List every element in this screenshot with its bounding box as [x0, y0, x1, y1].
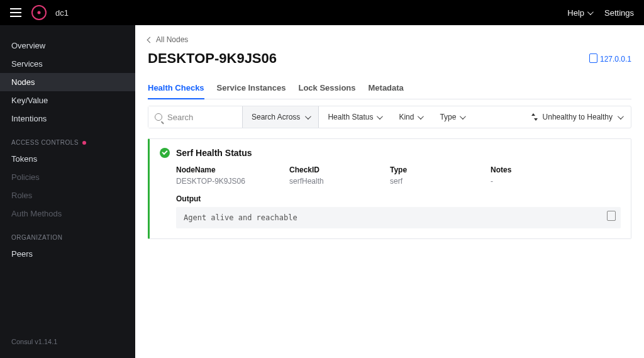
label-checkid: CheckID — [289, 165, 365, 174]
sort-dropdown[interactable]: Unhealthy to Healthy — [521, 106, 631, 128]
search-placeholder: Search — [167, 113, 193, 122]
ip-address-text: 127.0.0.1 — [600, 55, 631, 64]
value-nodename: DESKTOP-9K9JS06 — [176, 177, 264, 186]
label-type: Type — [390, 165, 465, 174]
sidebar-item-tokens[interactable]: Tokens — [0, 150, 135, 168]
tabs: Health Checks Service Instances Lock Ses… — [148, 78, 631, 99]
copy-icon — [591, 55, 597, 63]
sidebar-item-overview[interactable]: Overview — [0, 36, 135, 55]
main-content: All Nodes DESKTOP-9K9JS06 127.0.0.1 Heal… — [135, 25, 644, 358]
sort-label: Unhealthy to Healthy — [543, 113, 613, 121]
alert-dot-icon — [82, 141, 86, 145]
search-across-label: Search Across — [252, 113, 300, 121]
output-text: Agent alive and reachable — [176, 207, 621, 228]
sort-icon — [530, 113, 538, 121]
sidebar: Overview Services Nodes Key/Value Intent… — [0, 25, 135, 358]
access-controls-section: ACCESS CONTROLS — [0, 128, 135, 150]
label-notes: Notes — [491, 165, 566, 174]
sidebar-item-services[interactable]: Services — [0, 55, 135, 73]
filter-kind[interactable]: Kind — [390, 106, 431, 128]
status-passing-icon — [160, 148, 170, 158]
chevron-left-icon — [147, 36, 153, 43]
chevron-down-icon — [587, 9, 594, 15]
sidebar-item-keyvalue[interactable]: Key/Value — [0, 91, 135, 109]
sidebar-item-intentions[interactable]: Intentions — [0, 109, 135, 128]
copy-output-icon[interactable] — [608, 212, 616, 221]
filter-label: Type — [440, 113, 456, 121]
version-footer: Consul v1.14.1 — [0, 332, 135, 352]
menu-icon[interactable] — [10, 8, 21, 17]
filter-bar: Search Search Across Health Status Kind … — [148, 106, 631, 128]
chevron-down-icon — [305, 113, 311, 120]
settings-label: Settings — [604, 8, 634, 18]
label-nodename: NodeName — [176, 165, 264, 174]
label-output: Output — [176, 194, 621, 203]
chevron-down-icon — [460, 113, 466, 120]
sidebar-item-policies: Policies — [0, 168, 135, 186]
output-value: Agent alive and reachable — [184, 213, 297, 222]
value-type: serf — [390, 177, 465, 186]
organization-section: ORGANIZATION — [0, 223, 135, 245]
chevron-down-icon — [418, 113, 424, 120]
tab-health-checks[interactable]: Health Checks — [148, 78, 204, 99]
access-controls-label: ACCESS CONTROLS — [11, 139, 79, 146]
value-notes: - — [491, 177, 566, 186]
search-icon — [155, 113, 162, 121]
filter-label: Kind — [399, 113, 414, 121]
filter-health-status[interactable]: Health Status — [319, 106, 390, 128]
settings-link[interactable]: Settings — [604, 8, 634, 18]
sidebar-item-nodes[interactable]: Nodes — [0, 73, 135, 91]
value-checkid: serfHealth — [289, 177, 365, 186]
search-input[interactable]: Search — [148, 106, 243, 128]
tab-service-instances[interactable]: Service Instances — [217, 78, 286, 99]
back-link[interactable]: All Nodes — [148, 35, 631, 44]
check-title: Serf Health Status — [176, 148, 252, 158]
topbar: dc1 Help Settings — [0, 0, 644, 25]
organization-label: ORGANIZATION — [11, 234, 62, 241]
sidebar-item-peers[interactable]: Peers — [0, 245, 135, 263]
sidebar-item-auth-methods: Auth Methods — [0, 204, 135, 223]
datacenter-name[interactable]: dc1 — [55, 8, 69, 18]
sidebar-item-roles: Roles — [0, 186, 135, 204]
back-link-label: All Nodes — [156, 35, 188, 44]
chevron-down-icon — [618, 113, 624, 120]
page-title: DESKTOP-9K9JS06 — [148, 50, 277, 67]
health-check-card: Serf Health Status NodeName CheckID Type… — [148, 138, 631, 239]
chevron-down-icon — [377, 113, 383, 120]
help-label: Help — [567, 8, 584, 18]
tab-metadata[interactable]: Metadata — [369, 78, 404, 99]
search-across-dropdown[interactable]: Search Across — [243, 106, 319, 128]
help-menu[interactable]: Help — [567, 8, 592, 18]
ip-address-link[interactable]: 127.0.0.1 — [591, 55, 631, 64]
tab-lock-sessions[interactable]: Lock Sessions — [298, 78, 355, 99]
consul-logo — [31, 5, 47, 20]
filter-type[interactable]: Type — [431, 106, 473, 128]
filter-label: Health Status — [328, 113, 373, 121]
